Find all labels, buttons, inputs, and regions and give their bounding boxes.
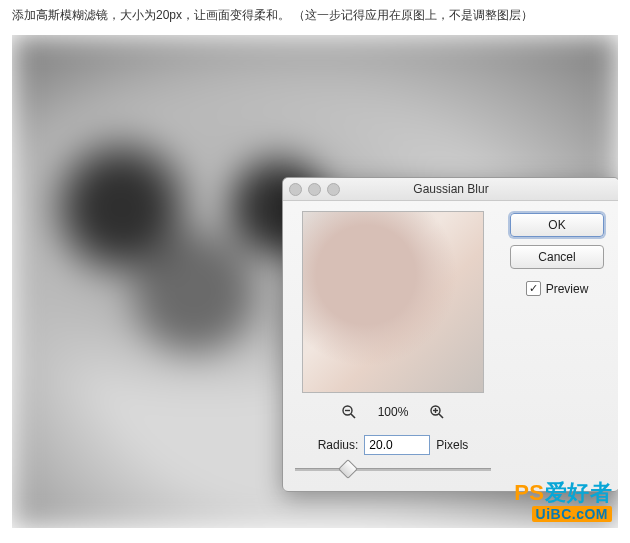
watermark-rest: 爱好者 xyxy=(545,480,613,505)
gaussian-blur-dialog: Gaussian Blur 100% Radius: 20.0 Pi xyxy=(282,177,618,492)
cancel-button[interactable]: Cancel xyxy=(510,245,604,269)
svg-line-4 xyxy=(439,414,443,418)
dialog-body: 100% Radius: 20.0 Pixels OK Cancel xyxy=(283,201,618,491)
instruction-caption: 添加高斯模糊滤镜，大小为20px，让画面变得柔和。 （这一步记得应用在原图上，不… xyxy=(0,0,630,35)
radius-row: Radius: 20.0 Pixels xyxy=(318,435,469,455)
radius-slider[interactable] xyxy=(295,461,491,477)
preview-checkbox-label: Preview xyxy=(546,282,589,296)
svg-line-1 xyxy=(351,414,355,418)
zoom-out-icon[interactable] xyxy=(340,403,358,421)
dialog-titlebar: Gaussian Blur xyxy=(283,178,618,201)
minimize-icon[interactable] xyxy=(308,183,321,196)
slider-track xyxy=(295,468,491,471)
radius-input[interactable]: 20.0 xyxy=(364,435,430,455)
preview-checkbox[interactable]: ✓ xyxy=(526,281,541,296)
blur-preview-thumbnail[interactable] xyxy=(302,211,484,393)
watermark-line2: UiBC.cOM xyxy=(532,506,612,522)
dialog-title: Gaussian Blur xyxy=(413,182,488,196)
zoom-in-icon[interactable] xyxy=(428,403,446,421)
radius-unit-label: Pixels xyxy=(436,438,468,452)
screenshot-stage: Gaussian Blur 100% Radius: 20.0 Pi xyxy=(12,35,618,528)
dialog-left-column: 100% Radius: 20.0 Pixels xyxy=(293,211,493,477)
watermark-ps: PS xyxy=(514,480,544,505)
zoom-icon[interactable] xyxy=(327,183,340,196)
dialog-right-column: OK Cancel ✓ Preview xyxy=(505,211,609,477)
window-traffic-lights xyxy=(289,183,340,196)
zoom-row: 100% xyxy=(340,403,447,421)
ok-button[interactable]: OK xyxy=(510,213,604,237)
watermark-line1: PS爱好者 xyxy=(514,482,612,504)
radius-label: Radius: xyxy=(318,438,359,452)
watermark: PS爱好者 UiBC.cOM xyxy=(514,482,612,522)
preview-checkbox-row: ✓ Preview xyxy=(526,281,589,296)
close-icon[interactable] xyxy=(289,183,302,196)
zoom-percent-label: 100% xyxy=(378,405,409,419)
slider-thumb[interactable] xyxy=(338,459,358,479)
